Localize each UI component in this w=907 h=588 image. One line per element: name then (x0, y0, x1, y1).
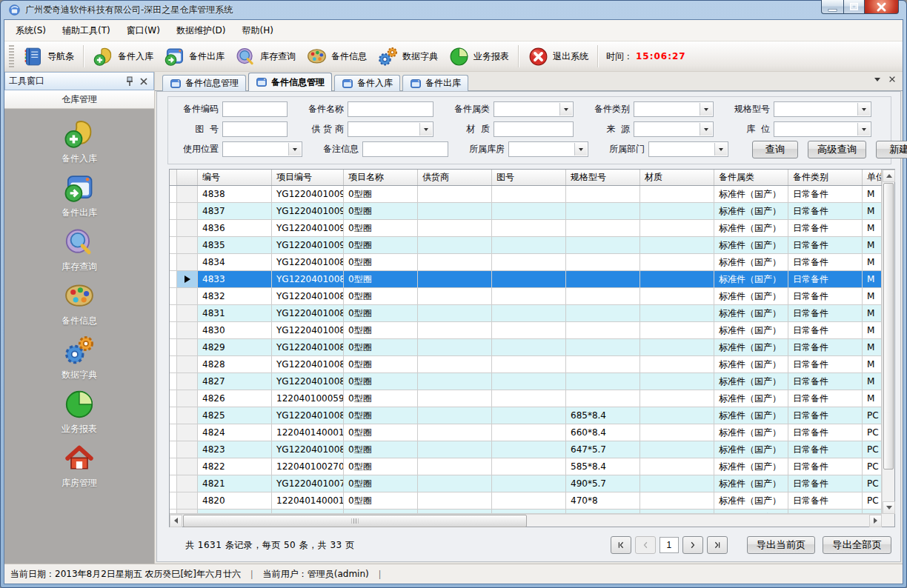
row-header[interactable] (177, 203, 198, 219)
cell[interactable]: 647*5.7 (566, 441, 640, 458)
table-row[interactable]: 4834YG122040100890型圈标准件（国产）日常备件M (170, 254, 882, 271)
cell[interactable]: YG12204010080 (272, 441, 344, 458)
cell[interactable]: M (863, 220, 882, 236)
select-规格型号[interactable] (774, 101, 871, 117)
cell[interactable]: 日常备件 (788, 373, 863, 390)
dropdown-button[interactable] (857, 103, 870, 116)
row-header[interactable] (177, 356, 198, 372)
cell[interactable]: 490*5.7 (566, 475, 640, 492)
cell[interactable] (640, 510, 714, 513)
toolbar-button-spare-out[interactable]: 备件出库 (159, 44, 230, 70)
column-header-8[interactable]: 备件属类 (714, 170, 788, 185)
toolbar-grip[interactable] (9, 45, 14, 67)
table-row[interactable]: 4832YG122040100870型圈标准件（国产）日常备件M (170, 288, 882, 305)
sidebar-item-window-out[interactable]: 备件出库 (35, 172, 124, 219)
dropdown-button[interactable] (288, 143, 301, 156)
tab-4[interactable]: 备件出库 (402, 75, 468, 91)
cell[interactable]: 标准件（国产） (714, 424, 788, 441)
cell[interactable]: M (863, 288, 882, 304)
menu-item[interactable]: 系统(S) (7, 22, 54, 39)
cell[interactable]: PC (863, 492, 882, 509)
row-header[interactable] (177, 441, 198, 458)
cell[interactable]: YG12204010092 (272, 203, 344, 219)
cell[interactable]: 4837 (198, 203, 272, 219)
window-close-button[interactable] (865, 0, 899, 14)
input-图号[interactable] (222, 121, 288, 137)
cell[interactable] (492, 373, 566, 390)
dropdown-button[interactable] (559, 103, 572, 116)
cell[interactable] (566, 322, 640, 338)
cell[interactable]: M (863, 339, 882, 355)
dropdown-button[interactable] (419, 123, 432, 136)
cell[interactable]: 标准件（国产） (714, 510, 788, 513)
tab-list-dropdown-icon[interactable] (874, 78, 880, 81)
cell[interactable]: YG12204010085 (272, 322, 344, 338)
select-备件属类[interactable] (494, 101, 574, 117)
cell[interactable]: 585*8.4 (566, 458, 640, 475)
cell[interactable]: 0型圈 (344, 305, 418, 321)
table-row[interactable]: 4837YG122040100920型圈标准件（国产）日常备件M (170, 203, 882, 220)
cell[interactable]: M (863, 203, 882, 219)
cell[interactable]: 标准件（国产） (714, 458, 788, 475)
cell[interactable]: 日常备件 (788, 475, 863, 492)
cell[interactable] (863, 510, 882, 513)
cell[interactable]: M (863, 373, 882, 390)
cell[interactable]: M (863, 237, 882, 253)
cell[interactable]: 4835 (198, 237, 272, 253)
row-header[interactable] (177, 510, 198, 513)
cell[interactable]: 标准件（国产） (714, 305, 788, 321)
cell[interactable]: 标准件（国产） (714, 271, 788, 287)
cell[interactable] (272, 510, 344, 513)
cell[interactable]: 0型圈 (344, 254, 418, 270)
cell[interactable]: 标准件（国产） (714, 254, 788, 270)
cell[interactable] (418, 356, 492, 372)
cell[interactable]: M (863, 254, 882, 270)
cell[interactable]: YG12204010079 (272, 475, 344, 492)
row-header[interactable] (177, 220, 198, 236)
column-header-9[interactable]: 备件类别 (788, 170, 863, 185)
menu-item[interactable]: 窗口(W) (119, 22, 168, 39)
cell[interactable]: 4822 (198, 458, 272, 475)
cell[interactable]: 4832 (198, 288, 272, 304)
cell[interactable]: 标准件（国产） (714, 203, 788, 219)
cell[interactable]: YG12204010088 (272, 271, 344, 287)
button-导出全部页[interactable]: 导出全部页 (823, 536, 891, 554)
column-header-7[interactable]: 材质 (640, 170, 714, 185)
column-header-2[interactable]: 项目编号 (272, 170, 344, 185)
cell[interactable]: 0型圈 (344, 237, 418, 253)
cell[interactable] (418, 407, 492, 424)
menu-item[interactable]: 辅助工具(T) (54, 22, 119, 39)
cell[interactable]: 4827 (198, 373, 272, 390)
cell[interactable]: 4826 (198, 390, 272, 407)
cell[interactable]: 日常备件 (788, 407, 863, 424)
cell[interactable] (492, 407, 566, 424)
cell[interactable] (492, 186, 566, 202)
cell[interactable]: PC (863, 475, 882, 492)
cell[interactable]: 1220401400013 (272, 492, 344, 509)
cell[interactable]: 标准件（国产） (714, 186, 788, 202)
cell[interactable] (566, 390, 640, 407)
cell[interactable]: 1220401400012 (272, 424, 344, 441)
row-header[interactable] (177, 424, 198, 441)
cell[interactable]: 470*8 (566, 492, 640, 509)
cell[interactable]: 日常备件 (788, 203, 863, 219)
window-minimize-button[interactable] (821, 0, 843, 14)
table-row[interactable]: 4828YG122040100830型圈标准件（国产）日常备件M (170, 356, 882, 373)
cell[interactable] (198, 510, 272, 513)
cell[interactable]: YG12204010090 (272, 237, 344, 253)
dropdown-button[interactable] (714, 143, 727, 156)
cell[interactable]: 日常备件 (788, 322, 863, 338)
cell[interactable]: PC (863, 407, 882, 424)
button-新建[interactable]: 新建 (876, 141, 907, 158)
column-header-4[interactable]: 供货商 (418, 170, 492, 185)
cell[interactable] (492, 458, 566, 475)
pager-last-button[interactable] (707, 536, 728, 554)
table-row[interactable]: 4835YG122040100900型圈标准件（国产）日常备件M (170, 237, 882, 254)
table-row[interactable]: 4830YG122040100850型圈标准件（国产）日常备件M (170, 322, 882, 339)
cell[interactable]: 4834 (198, 254, 272, 270)
cell[interactable]: 日常备件 (788, 458, 863, 475)
cell[interactable]: 日常备件 (788, 510, 863, 513)
cell[interactable]: 0型圈 (344, 271, 418, 287)
cell[interactable]: 0型圈 (344, 510, 418, 513)
cell[interactable]: 日常备件 (788, 271, 863, 287)
